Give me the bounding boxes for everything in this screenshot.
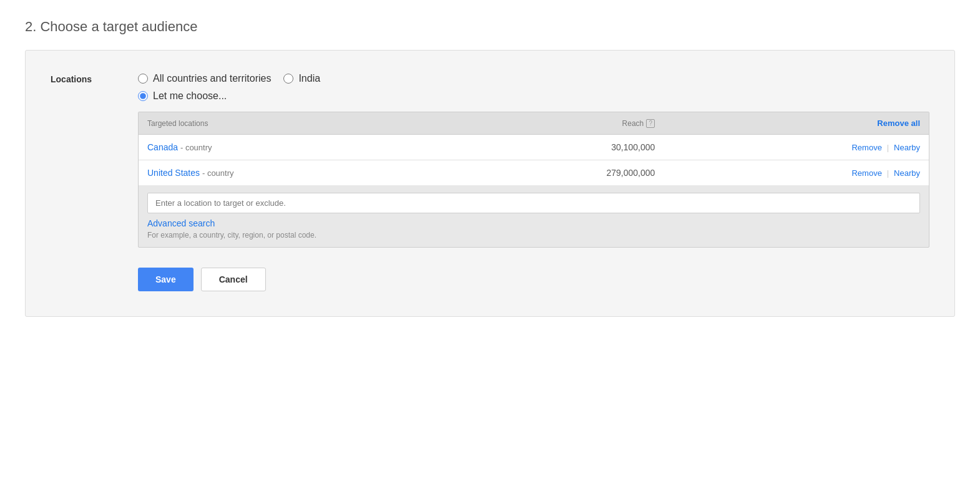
nearby-link[interactable]: Nearby [894,168,920,178]
locations-section: Locations All countries and territories … [51,73,929,248]
location-actions: Remove | Nearby [664,160,929,186]
radio-india-label: India [298,73,320,84]
main-card: Locations All countries and territories … [25,50,955,317]
radio-row-1: All countries and territories India [138,73,929,84]
location-name-cell: United States - country [139,160,459,186]
radio-india-input[interactable] [283,74,293,84]
col-reach: Reach ? [459,112,664,135]
location-reach: 279,000,000 [459,160,664,186]
radio-india[interactable]: India [283,73,320,84]
search-area: Advanced search For example, a country, … [139,185,929,247]
table-row: United States - country 279,000,000 Remo… [139,160,929,186]
pipe-separator: | [887,143,889,152]
save-button[interactable]: Save [138,268,194,291]
locations-table: Targeted locations Reach ? Remove all [139,112,929,185]
col-remove-all: Remove all [664,112,929,135]
radio-let-me-choose-label: Let me choose... [153,90,227,102]
location-rows: Canada - country 30,100,000 Remove | Nea… [139,135,929,186]
radio-let-me-choose-input[interactable] [138,91,148,101]
col-targeted-locations: Targeted locations [139,112,459,135]
radio-group: All countries and territories India Let … [138,73,929,102]
location-actions: Remove | Nearby [664,135,929,160]
remove-link[interactable]: Remove [851,168,881,178]
remove-link[interactable]: Remove [851,143,881,152]
button-row: Save Cancel [51,268,929,291]
nearby-link[interactable]: Nearby [894,143,920,152]
pipe-separator: | [887,168,889,178]
advanced-search-link[interactable]: Advanced search [147,218,920,228]
locations-controls: All countries and territories India Let … [138,73,929,248]
location-type: - country [202,168,234,178]
locations-label: Locations [51,73,138,248]
search-hint: For example, a country, city, region, or… [147,231,920,240]
reach-help-icon[interactable]: ? [646,119,655,128]
radio-row-2: Let me choose... [138,90,929,102]
location-reach: 30,100,000 [459,135,664,160]
location-name-link[interactable]: United States [147,168,200,178]
table-header-row: Targeted locations Reach ? Remove all [139,112,929,135]
radio-all-countries-input[interactable] [138,74,148,84]
radio-let-me-choose[interactable]: Let me choose... [138,90,227,102]
radio-all-countries-label: All countries and territories [153,73,271,84]
locations-panel: Targeted locations Reach ? Remove all [138,112,929,248]
location-name-cell: Canada - country [139,135,459,160]
location-search-input[interactable] [147,193,920,213]
cancel-button[interactable]: Cancel [201,268,266,291]
table-row: Canada - country 30,100,000 Remove | Nea… [139,135,929,160]
location-type: - country [180,143,212,152]
page-title: 2. Choose a target audience [25,19,955,35]
location-name-link[interactable]: Canada [147,142,178,152]
radio-all-countries[interactable]: All countries and territories [138,73,271,84]
remove-all-button[interactable]: Remove all [877,119,920,128]
